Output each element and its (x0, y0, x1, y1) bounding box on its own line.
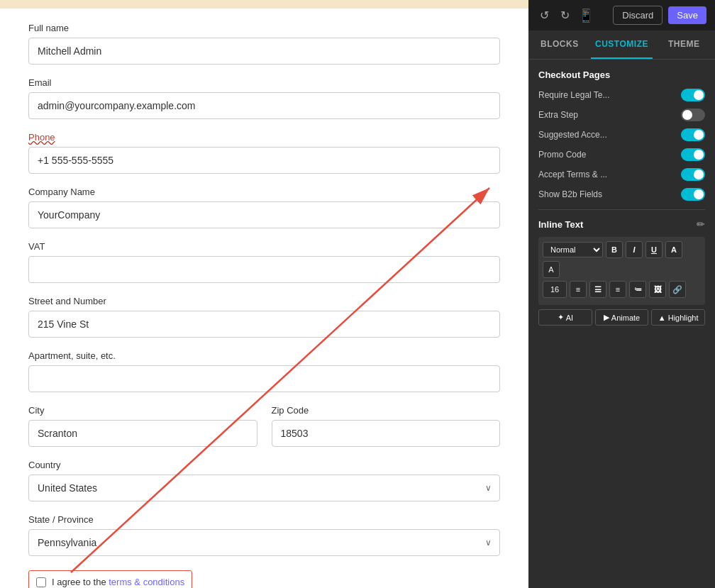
text-format-bar: Normal Heading 1 Heading 2 B I U A A ≡ ☰… (538, 237, 705, 305)
ai-icon: ✦ (558, 313, 564, 322)
toggle-4[interactable] (681, 168, 705, 181)
terms-row: I agree to the terms & conditions (28, 570, 192, 588)
toggle-row-4: Accept Terms & ... (538, 168, 705, 181)
align-right-button[interactable]: ≡ (609, 281, 626, 298)
toggle-row-2: Suggested Acce... (538, 128, 705, 141)
city-zip-row: City Zip Code (28, 405, 500, 460)
highlight-button[interactable]: ▲ Highlight (651, 309, 705, 326)
terms-checkbox[interactable] (36, 577, 46, 587)
redo-button[interactable]: ↻ (558, 7, 572, 23)
toggle-label-4: Accept Terms & ... (538, 170, 607, 179)
phone-label: Phone (28, 132, 500, 143)
country-select-wrapper: United States Canada United Kingdom (28, 475, 500, 501)
edit-icon[interactable]: ✏ (697, 218, 705, 230)
align-left-button[interactable]: ≡ (570, 281, 587, 298)
ai-button[interactable]: ✦ AI (538, 309, 592, 326)
email-input[interactable] (28, 92, 500, 119)
toggle-1[interactable] (681, 109, 705, 121)
tab-theme[interactable]: THEME (653, 30, 715, 59)
underline-button[interactable]: U (645, 241, 663, 258)
play-icon: ▶ (604, 313, 609, 322)
sidebar-tabs: BLOCKS CUSTOMIZE THEME (528, 30, 715, 60)
apartment-input[interactable] (28, 365, 500, 392)
sidebar: ↺ ↻ 📱 Discard Save BLOCKS CUSTOMIZE THEM… (528, 0, 715, 588)
company-group: Company Name (28, 187, 500, 228)
zip-input[interactable] (272, 420, 501, 447)
email-label: Email (28, 77, 500, 88)
highlight-color-button[interactable]: A (543, 261, 560, 278)
email-group: Email (28, 77, 500, 119)
street-input[interactable] (28, 311, 500, 338)
tab-blocks[interactable]: BLOCKS (528, 30, 591, 59)
toggle-label-1: Extra Step (538, 110, 578, 120)
vat-input[interactable] (28, 256, 500, 283)
company-input[interactable] (28, 201, 500, 228)
toggle-row-5: Show B2b Fields (538, 188, 705, 201)
inline-text-header: Inline Text ✏ (538, 218, 705, 230)
form-panel: Full name Email Phone Company Name VAT S… (0, 0, 528, 588)
animate-button[interactable]: ▶ Animate (595, 309, 649, 326)
company-label: Company Name (28, 187, 500, 197)
inline-text-title: Inline Text (538, 219, 583, 230)
state-select-wrapper: Pennsylvania New York California (28, 529, 500, 556)
font-size-input[interactable] (543, 281, 567, 298)
city-group: City (28, 405, 257, 447)
action-buttons-row: ✦ AI ▶ Animate ▲ Highlight (538, 309, 705, 326)
style-select[interactable]: Normal Heading 1 Heading 2 (543, 242, 603, 257)
toggle-3[interactable] (681, 148, 705, 161)
full-name-label: Full name (28, 23, 500, 33)
phone-input[interactable] (28, 147, 500, 174)
highlight-icon: ▲ (658, 314, 666, 322)
street-group: Street and Number (28, 296, 500, 338)
country-label: Country (28, 460, 500, 470)
full-name-input[interactable] (28, 38, 500, 65)
mobile-icon: 📱 (578, 8, 594, 23)
toggle-0[interactable] (681, 89, 705, 101)
format-row-2: ≡ ☰ ≡ ≔ 🖼 🔗 (543, 281, 701, 298)
terms-label: I agree to the terms & conditions (52, 577, 184, 587)
phone-group: Phone (28, 132, 500, 174)
save-button[interactable]: Save (668, 6, 706, 24)
city-input[interactable] (28, 420, 257, 447)
undo-button[interactable]: ↺ (537, 7, 552, 23)
format-row-1: Normal Heading 1 Heading 2 B I U A A (543, 241, 701, 278)
terms-link[interactable]: terms & conditions (109, 577, 184, 587)
street-label: Street and Number (28, 296, 500, 306)
toggle-label-2: Suggested Acce... (538, 130, 607, 140)
ordered-list-button[interactable]: ≔ (629, 281, 646, 298)
sidebar-content: Checkout Pages Require Legal Te... Extra… (528, 60, 715, 588)
bold-button[interactable]: B (606, 241, 623, 258)
apartment-group: Apartment, suite, etc. (28, 350, 500, 392)
toggle-row-3: Promo Code (538, 148, 705, 161)
state-group: State / Province Pennsylvania New York C… (28, 514, 500, 556)
checkout-pages-title: Checkout Pages (538, 70, 705, 80)
divider (538, 209, 705, 210)
full-name-group: Full name (28, 23, 500, 65)
toggle-2[interactable] (681, 128, 705, 141)
apartment-label: Apartment, suite, etc. (28, 350, 500, 361)
header-right-actions: Discard Save (613, 6, 706, 25)
font-color-button[interactable]: A (665, 241, 682, 258)
align-center-button[interactable]: ☰ (589, 281, 606, 298)
image-button[interactable]: 🖼 (649, 281, 666, 298)
zip-label: Zip Code (272, 405, 501, 416)
toggle-label-5: Show B2b Fields (538, 189, 602, 199)
italic-button[interactable]: I (626, 241, 643, 258)
sidebar-header: ↺ ↻ 📱 Discard Save (528, 0, 715, 30)
link-button[interactable]: 🔗 (669, 281, 686, 298)
toggle-label-3: Promo Code (538, 150, 586, 160)
header-left-actions: ↺ ↻ 📱 (537, 7, 594, 23)
state-select[interactable]: Pennsylvania New York California (28, 529, 500, 556)
toggle-row-1: Extra Step (538, 109, 705, 121)
country-select[interactable]: United States Canada United Kingdom (28, 475, 500, 501)
state-label: State / Province (28, 514, 500, 525)
zip-group: Zip Code (272, 405, 501, 447)
toggle-5[interactable] (681, 188, 705, 201)
toggle-label-0: Require Legal Te... (538, 90, 610, 100)
tab-customize[interactable]: CUSTOMIZE (591, 30, 653, 59)
discard-button[interactable]: Discard (613, 6, 663, 25)
vat-label: VAT (28, 241, 500, 252)
vat-group: VAT (28, 241, 500, 283)
top-banner (0, 0, 528, 9)
toggle-row-0: Require Legal Te... (538, 89, 705, 101)
